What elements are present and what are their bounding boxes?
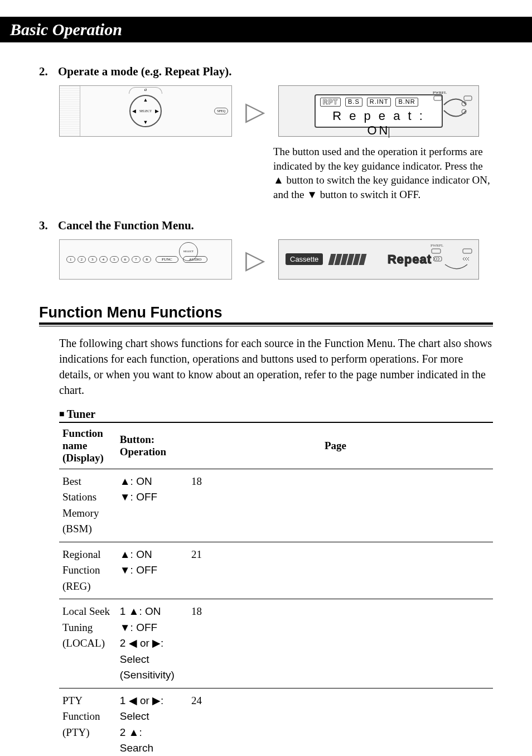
cell-op: 1 ◀ or ▶: Select 2 ▲: Search ▼: Cancel S… (117, 688, 178, 756)
lcd-inner: RPT B.S R.INT B.NR R e p e a t : ON (315, 94, 443, 128)
cell-page: 18 (178, 599, 493, 688)
leads-to-icon: ▷ (245, 247, 265, 272)
svg-rect-5 (463, 249, 472, 253)
select-label: SELECT (139, 109, 152, 113)
preset-buttons: 1 2 3 4 5 6 7 8 (66, 256, 151, 263)
source-label: Cassette (286, 253, 323, 265)
lcd-right-cluster: PWRFL (433, 90, 473, 121)
select-dial-small: SELECT (179, 242, 198, 261)
table-body: Best Stations Memory (BSM) ▲: ON ▼: OFF … (59, 469, 493, 756)
col-operation: Button: Operation (117, 422, 178, 469)
cell-op: ▲: ON ▼: OFF (117, 469, 178, 542)
table-subhead: ■Tuner (59, 408, 493, 421)
preset-btn: 7 (132, 256, 141, 263)
sfeq-button: SFEQ (214, 108, 228, 114)
cell-page: 24 (178, 688, 493, 756)
select-label-small: SELECT (183, 250, 194, 253)
right-arrow-icon: ▶ (155, 108, 159, 114)
svg-rect-0 (434, 96, 442, 100)
section-intro: The following chart shows functions for … (59, 335, 493, 398)
lcd-main-text: R e p e a t : ON (320, 109, 437, 138)
preset-btn: 5 (110, 256, 119, 263)
mode-label: Repeat (388, 252, 432, 267)
power-flow-icon (433, 95, 473, 119)
section-rule (39, 322, 493, 326)
pwrfl-label: PWRFL (431, 243, 443, 248)
cell-fn: Regional Function (REG) (59, 542, 117, 599)
col-function: Function name (Display) (59, 422, 117, 469)
step-3-number: 3. (39, 219, 58, 233)
step-2-heading: 2.Operate a mode (e.g. Repeat Play). (39, 65, 493, 79)
preset-btn: 3 (88, 256, 97, 263)
step-2-number: 2. (39, 65, 58, 79)
step-3-heading: 3.Cancel the Function Menu. (39, 219, 493, 233)
left-arrow-icon: ◀ (132, 108, 136, 114)
preset-btn: 1 (66, 256, 75, 263)
func-button: FUNC (156, 256, 178, 263)
pwrfl-label: PWRFL (433, 90, 447, 95)
step-2-title: Operate a mode (e.g. Repeat Play). (58, 65, 231, 78)
cell-op: 1 ▲: ON ▼: OFF 2 ◀ or ▶: Select (Sensiti… (117, 599, 178, 688)
step-2-figures: a ▲ ▼ ◀ ▶ SELECT SFEQ ▷ RPT B.S R.INT (59, 85, 493, 137)
down-arrow-icon: ▼ (143, 119, 148, 125)
leads-to-icon: ▷ (245, 98, 265, 124)
callout-a: a (144, 86, 147, 92)
step-3-figures: 1 2 3 4 5 6 7 8 FUNC AUDIO SELECT ▷ Cass… (59, 239, 493, 280)
tab-bnr: B.NR (395, 98, 418, 107)
preset-btn: 6 (121, 256, 130, 263)
preset-btn: 2 (78, 256, 86, 263)
subhead-text: Tuner (67, 408, 96, 420)
tape-progress-icon (330, 254, 365, 265)
cell-page: 21 (178, 542, 493, 599)
cell-op: ▲: ON ▼: OFF (117, 542, 178, 599)
preset-btn: 4 (99, 256, 108, 263)
lcd3-right-cluster: PWRFL (431, 243, 474, 271)
table-row: Regional Function (REG) ▲: ON ▼: OFF 21 (59, 542, 493, 599)
preset-btn: 8 (143, 256, 152, 263)
transport-icons (431, 248, 474, 270)
table-row: Best Stations Memory (BSM) ▲: ON ▼: OFF … (59, 469, 493, 542)
step-2-caption: The button used and the operation it per… (273, 145, 493, 202)
lcd-tabs: RPT B.S R.INT B.NR (320, 98, 437, 107)
function-table: Function name (Display) Button: Operatio… (59, 422, 493, 756)
table-row: Local Seek Tuning (LOCAL) 1 ▲: ON ▼: OFF… (59, 599, 493, 688)
tab-rint: R.INT (367, 98, 391, 107)
col-page: Page (178, 422, 493, 469)
chapter-header: Basic Operation (0, 17, 532, 42)
step-3-title: Cancel the Function Menu. (58, 219, 194, 232)
square-bullet-icon: ■ (59, 409, 65, 418)
tab-rpt: RPT (320, 98, 341, 107)
control-panel-illustration-2: 1 2 3 4 5 6 7 8 FUNC AUDIO SELECT (59, 239, 232, 280)
page: Basic Operation 2.Operate a mode (e.g. R… (0, 0, 532, 756)
section-title: Function Menu Functions (39, 304, 493, 321)
table-header-row: Function name (Display) Button: Operatio… (59, 422, 493, 469)
lcd-pointer-line (389, 128, 389, 138)
control-panel-illustration: a ▲ ▼ ◀ ▶ SELECT SFEQ (59, 85, 232, 137)
lcd-display-cassette: Cassette Repeat PWRFL (278, 239, 479, 280)
callout-arc: a (129, 87, 162, 94)
cell-fn: Local Seek Tuning (LOCAL) (59, 599, 117, 688)
cell-page: 18 (178, 469, 493, 542)
step-2: 2.Operate a mode (e.g. Repeat Play). a ▲… (39, 65, 493, 202)
tab-bs: B.S (345, 98, 362, 107)
lcd-display-repeat: RPT B.S R.INT B.NR R e p e a t : ON PWRF… (278, 85, 479, 137)
table-row: PTY Function (PTY) 1 ◀ or ▶: Select 2 ▲:… (59, 688, 493, 756)
step-3: 3.Cancel the Function Menu. 1 2 3 4 5 6 … (39, 219, 493, 280)
cell-fn: Best Stations Memory (BSM) (59, 469, 117, 542)
up-arrow-icon: ▲ (143, 97, 148, 103)
cell-fn: PTY Function (PTY) (59, 688, 117, 756)
select-dial: ▲ ▼ ◀ ▶ SELECT (129, 95, 162, 127)
svg-rect-4 (432, 249, 441, 253)
svg-rect-1 (464, 96, 472, 100)
